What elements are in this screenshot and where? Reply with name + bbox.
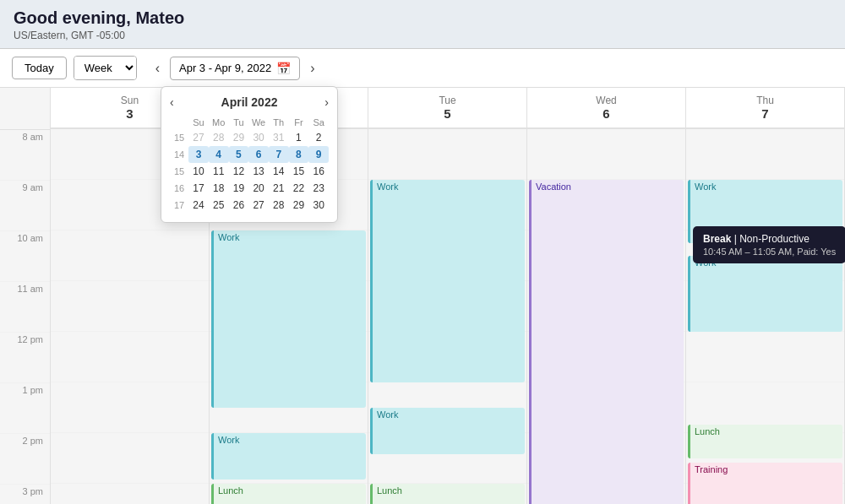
hour-cell xyxy=(51,382,209,433)
time-label: 1 pm xyxy=(0,383,50,434)
event-lunch[interactable]: Lunch xyxy=(211,484,366,504)
mini-cal-day[interactable]: 29 xyxy=(289,197,309,214)
mini-cal-day[interactable]: 27 xyxy=(248,197,269,214)
mini-cal-next[interactable]: › xyxy=(324,95,329,109)
mini-cal-title: April 2022 xyxy=(221,95,278,109)
mini-cal-day[interactable]: 26 xyxy=(229,197,249,214)
time-label: 3 pm xyxy=(0,485,50,504)
day-name: Thu xyxy=(690,95,841,106)
mini-cal-day[interactable]: 31 xyxy=(269,129,289,146)
mini-cal-day[interactable]: 13 xyxy=(248,163,269,180)
event-work[interactable]: Work xyxy=(688,180,842,243)
mini-cal-day[interactable]: 25 xyxy=(209,197,229,214)
hour-cell xyxy=(51,332,209,382)
scrollable-grid: 8 am9 am10 am11 am12 pm1 pm2 pm3 pm4 pm5… xyxy=(0,88,845,504)
mini-cal-day[interactable]: 24 xyxy=(188,197,209,214)
view-select[interactable]: Week Day Month xyxy=(74,57,136,79)
time-column: 8 am9 am10 am11 am12 pm1 pm2 pm3 pm4 pm5… xyxy=(0,88,51,504)
time-label: 11 am xyxy=(0,282,50,333)
mini-cal-day[interactable]: 17 xyxy=(188,180,209,197)
event-work[interactable]: Work xyxy=(211,230,366,408)
mini-cal-day[interactable]: 23 xyxy=(308,180,329,197)
mini-cal-day[interactable]: 30 xyxy=(308,197,329,214)
day-name: Wed xyxy=(531,95,682,106)
main-calendar-area: 8 am9 am10 am11 am12 pm1 pm2 pm3 pm4 pm5… xyxy=(0,88,845,504)
day-header: Wed6 xyxy=(527,88,686,127)
time-label: 9 am xyxy=(0,181,50,231)
mini-cal-day[interactable]: 18 xyxy=(209,180,229,197)
today-button[interactable]: Today xyxy=(12,57,67,79)
prev-week-button[interactable]: ‹ xyxy=(150,59,165,78)
mini-cal-day[interactable]: 30 xyxy=(248,129,269,146)
event-work[interactable]: Work xyxy=(370,408,525,454)
event-vacation[interactable]: Vacation xyxy=(529,180,684,504)
date-range-button[interactable]: Apr 3 - Apr 9, 2022 📅 xyxy=(170,57,300,80)
mini-cal-day[interactable]: 12 xyxy=(229,163,249,180)
event-lunch[interactable]: Lunch xyxy=(370,484,525,504)
mini-cal-grid: SuMoTuWeThFrSa 1527282930311214345678915… xyxy=(170,116,329,214)
hour-cell xyxy=(368,129,526,180)
mini-cal-day[interactable]: 21 xyxy=(269,180,289,197)
mini-cal-prev[interactable]: ‹ xyxy=(170,95,174,109)
mini-cal-day[interactable]: 28 xyxy=(269,197,289,214)
day-col-tue: WorkWorkLunchWorkHuddleWork xyxy=(368,129,527,504)
mini-cal-day[interactable]: 29 xyxy=(229,129,249,146)
day-name: Tue xyxy=(372,95,523,106)
mini-cal-day[interactable]: 14 xyxy=(269,163,289,180)
hour-cell xyxy=(51,230,209,281)
day-header: Thu7 xyxy=(686,88,845,127)
week-selector[interactable]: Week Day Month xyxy=(74,56,137,80)
mini-cal-day[interactable]: 3 xyxy=(188,146,209,163)
day-col-wed: Vacation xyxy=(527,129,686,504)
mini-cal-day[interactable]: 16 xyxy=(308,163,329,180)
day-num: 5 xyxy=(372,106,523,121)
time-header-spacer xyxy=(0,88,50,130)
mini-cal-day[interactable]: 28 xyxy=(209,129,229,146)
event-work[interactable]: Work xyxy=(688,256,842,332)
day-col-thu: WorkWorkLunchTraining xyxy=(686,129,845,504)
time-label: 10 am xyxy=(0,231,50,282)
hour-cell xyxy=(686,332,844,382)
calendar-icon: 📅 xyxy=(276,62,291,75)
next-week-button[interactable]: › xyxy=(305,59,319,78)
mini-cal-day[interactable]: 7 xyxy=(269,146,289,163)
toolbar: Today Week Day Month ‹ Apr 3 - Apr 9, 20… xyxy=(0,49,845,88)
mini-cal-day[interactable]: 20 xyxy=(248,180,269,197)
mini-cal-day[interactable]: 8 xyxy=(289,146,309,163)
hour-cell xyxy=(51,433,209,484)
day-num: 7 xyxy=(690,106,841,121)
time-label: 12 pm xyxy=(0,333,50,383)
mini-cal-day[interactable]: 2 xyxy=(308,129,329,146)
mini-cal-day[interactable]: 19 xyxy=(229,180,249,197)
mini-cal-day[interactable]: 22 xyxy=(289,180,309,197)
day-header: Tue5 xyxy=(368,88,527,127)
mini-cal-day[interactable]: 1 xyxy=(289,129,309,146)
mini-calendar-popup: ‹ April 2022 › SuMoTuWeThFrSa 1527282930… xyxy=(161,86,338,223)
greeting: Good evening, Mateo xyxy=(14,8,831,28)
mini-cal-header: ‹ April 2022 › xyxy=(170,95,329,109)
mini-cal-day[interactable]: 4 xyxy=(209,146,229,163)
mini-cal-day[interactable]: 10 xyxy=(188,163,209,180)
hour-cell xyxy=(686,129,844,180)
date-nav: ‹ Apr 3 - Apr 9, 2022 📅 › xyxy=(150,57,320,80)
hour-cell xyxy=(527,129,685,180)
time-label: 2 pm xyxy=(0,434,50,485)
hour-cell xyxy=(51,484,209,504)
mini-cal-day[interactable]: 5 xyxy=(229,146,249,163)
header-bar: Good evening, Mateo US/Eastern, GMT -05:… xyxy=(0,0,845,49)
mini-cal-day[interactable]: 11 xyxy=(209,163,229,180)
event-training[interactable]: Training xyxy=(688,463,842,504)
day-num: 6 xyxy=(531,106,682,121)
mini-cal-day[interactable]: 9 xyxy=(308,146,329,163)
mini-cal-day[interactable]: 15 xyxy=(289,163,309,180)
time-label: 8 am xyxy=(0,130,50,181)
event-lunch[interactable]: Lunch xyxy=(688,425,842,458)
date-range-label: Apr 3 - Apr 9, 2022 xyxy=(179,62,271,74)
mini-cal-day[interactable]: 6 xyxy=(248,146,269,163)
timezone: US/Eastern, GMT -05:00 xyxy=(14,30,831,41)
event-work[interactable]: Work xyxy=(370,180,525,382)
event-work[interactable]: Work xyxy=(211,433,366,480)
hour-cell xyxy=(51,281,209,332)
mini-cal-day[interactable]: 27 xyxy=(188,129,209,146)
